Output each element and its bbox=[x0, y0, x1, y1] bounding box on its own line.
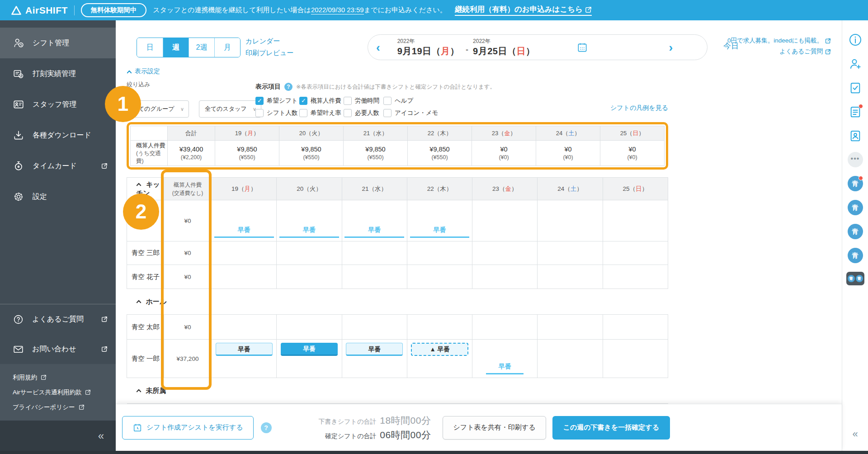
shift-cell-thu[interactable]: 早番 bbox=[407, 200, 472, 241]
shift-cell-tue[interactable] bbox=[277, 241, 342, 265]
shift-cell-wed[interactable] bbox=[342, 265, 407, 289]
shift-cell-sat[interactable] bbox=[538, 265, 603, 289]
staff-row: 青空 太郎 ¥0 bbox=[127, 315, 668, 340]
terms-link[interactable]: 利用規約 bbox=[13, 370, 116, 385]
print-preview-link[interactable]: 印刷プレビュー bbox=[245, 47, 293, 59]
renewal-notice: スタッフとの連携機能を継続して利用したい場合は2022/09/30 23:59ま… bbox=[153, 6, 447, 14]
shift-cell-mon[interactable] bbox=[212, 315, 277, 340]
shift-assist-button[interactable]: シフト作成アシストを実行する bbox=[122, 416, 254, 440]
faq-top-link[interactable]: よくあるご質問 bbox=[727, 46, 831, 57]
sidebar-item-timecard[interactable]: タイムカード bbox=[0, 151, 116, 181]
view-tab-2week[interactable]: 2週 bbox=[189, 38, 214, 57]
confirmed-shift-chip: 早番 bbox=[281, 343, 338, 356]
shift-cell-mon[interactable]: 早番 bbox=[212, 200, 277, 241]
calendar-picker-icon[interactable] bbox=[576, 42, 588, 53]
checkbox-wish-rate[interactable]: 希望叶え率 bbox=[299, 109, 344, 117]
staff-avatar-group[interactable]: 青 青 bbox=[846, 272, 864, 285]
prev-week-button[interactable]: ‹ bbox=[376, 42, 380, 53]
group-select[interactable]: 全てのグループ∨ bbox=[127, 100, 189, 118]
section-header-kitchen[interactable]: キッチン bbox=[127, 178, 164, 200]
shift-cell-mon[interactable] bbox=[212, 265, 277, 289]
shift-cell-sat[interactable] bbox=[538, 340, 603, 378]
section-header-unassigned[interactable]: 未所属 bbox=[127, 378, 668, 404]
info-icon[interactable] bbox=[848, 32, 863, 47]
checkbox-work-hours[interactable]: 労働時間 bbox=[344, 97, 383, 105]
shift-cell-fri[interactable] bbox=[472, 200, 538, 241]
sidebar-item-downloads[interactable]: 各種ダウンロード bbox=[0, 120, 116, 151]
checkbox-shift-count[interactable]: シフト人数 bbox=[255, 109, 299, 117]
checkbox-labor-cost[interactable]: 概算人件費 bbox=[299, 97, 344, 105]
checkbox-wish-shift[interactable]: 希望シフト bbox=[255, 97, 299, 105]
chevron-up-icon bbox=[136, 182, 142, 187]
sidebar-item-staff-management[interactable]: スタッフ管理 bbox=[0, 89, 116, 120]
shift-content: 日 週 2週 月 カレンダー 印刷プレビュー ‹ 2022年 9月19日（月） bbox=[116, 20, 842, 404]
shift-cell-fri[interactable] bbox=[472, 241, 538, 265]
shift-cell-wed[interactable] bbox=[342, 315, 407, 340]
shift-cell-mon[interactable]: 早番 bbox=[212, 340, 277, 378]
shift-cell-sun[interactable] bbox=[603, 241, 668, 265]
shift-cell-fri[interactable] bbox=[472, 265, 538, 289]
next-week-button[interactable]: › bbox=[669, 42, 673, 53]
help-icon[interactable]: ? bbox=[284, 83, 292, 91]
view-tab-day[interactable]: 日 bbox=[137, 38, 163, 57]
shift-cell-sat[interactable] bbox=[538, 241, 603, 265]
view-tab-week[interactable]: 週 bbox=[163, 38, 189, 57]
shift-cell-thu[interactable] bbox=[407, 265, 472, 289]
shift-cell-sun[interactable] bbox=[603, 340, 668, 378]
display-settings-toggle[interactable]: 表示設定 bbox=[127, 67, 176, 76]
sidebar-item-contact[interactable]: お問い合わせ bbox=[0, 334, 116, 364]
job-posting-link[interactable]: 0円で求人募集。indeedにも掲載。 bbox=[727, 35, 831, 46]
date-from-weekday: 月 bbox=[441, 46, 450, 56]
shift-cell-mon[interactable] bbox=[212, 241, 277, 265]
sidebar-item-faq[interactable]: よくあるご質問 bbox=[0, 304, 116, 334]
shift-cell-tue[interactable]: 早番 bbox=[277, 340, 342, 378]
shift-cell-wed[interactable] bbox=[342, 241, 407, 265]
shift-cell-sat[interactable] bbox=[538, 200, 603, 241]
shift-cell-wed[interactable]: 早番 bbox=[342, 200, 407, 241]
view-tab-month[interactable]: 月 bbox=[214, 38, 240, 57]
shift-cell-thu[interactable] bbox=[407, 241, 472, 265]
shift-cell-tue[interactable] bbox=[277, 315, 342, 340]
share-print-button[interactable]: シフト表を共有・印刷する bbox=[443, 416, 546, 440]
staff-register-icon[interactable] bbox=[848, 128, 863, 143]
chat-icon[interactable]: ••• bbox=[848, 152, 863, 167]
shift-cell-tue[interactable] bbox=[277, 265, 342, 289]
shift-cell-sun[interactable] bbox=[603, 200, 668, 241]
shift-cell-sun[interactable] bbox=[603, 265, 668, 289]
staff-avatar[interactable]: 青 bbox=[848, 248, 863, 263]
checkbox-required-count[interactable]: 必要人数 bbox=[344, 109, 383, 117]
draft-total: 下書きシフトの合計 18時間00分 bbox=[319, 414, 431, 427]
bulk-confirm-button[interactable]: この週の下書きを一括確定する bbox=[552, 416, 670, 440]
privacy-link[interactable]: プライバシーポリシー bbox=[13, 400, 116, 415]
sidebar-collapse-button[interactable]: « bbox=[98, 430, 104, 441]
sidebar-item-shift-management[interactable]: シフト管理 bbox=[0, 28, 116, 58]
checkbox-icon-memo[interactable]: アイコン・メモ bbox=[383, 109, 495, 117]
external-link-icon bbox=[41, 374, 47, 380]
rail-collapse-button[interactable]: « bbox=[852, 428, 858, 451]
shift-cell-wed[interactable]: 早番 bbox=[342, 340, 407, 378]
shift-request-check-icon[interactable] bbox=[848, 80, 863, 95]
shift-cell-sat[interactable] bbox=[538, 315, 603, 340]
checkbox-help[interactable]: ヘルプ bbox=[383, 97, 495, 105]
stamp-request-icon[interactable] bbox=[848, 104, 863, 119]
shift-cell-thu[interactable]: ▲ 早番 bbox=[407, 340, 472, 378]
section-header-hall[interactable]: ホール bbox=[127, 289, 668, 315]
shift-cell-fri[interactable]: 早番 bbox=[472, 340, 538, 378]
paid-signup-link[interactable]: 継続利用（有料）のお申込みはこちら bbox=[455, 5, 592, 16]
calendar-link[interactable]: カレンダー bbox=[245, 35, 293, 47]
air-terms-link[interactable]: Airサービス共通利用約款 bbox=[13, 385, 116, 400]
shift-cell-sun[interactable] bbox=[603, 315, 668, 340]
staff-avatar[interactable]: 青 bbox=[848, 224, 863, 239]
topbar: AirSHIFT 無料体験期間中 スタッフとの連携機能を継続して利用したい場合は… bbox=[0, 0, 868, 20]
shift-legend-link[interactable]: シフトの凡例を見る bbox=[610, 104, 668, 112]
sidebar-item-punch-records[interactable]: 打刻実績管理 bbox=[0, 58, 116, 89]
shift-cell-fri[interactable] bbox=[472, 315, 538, 340]
sidebar-item-settings[interactable]: 設定 bbox=[0, 181, 116, 212]
staff-select[interactable]: 全てのスタッフ∨ bbox=[199, 100, 261, 118]
assist-help-icon[interactable]: ? bbox=[261, 422, 272, 433]
staff-avatar[interactable]: 青 bbox=[848, 200, 863, 215]
shift-cell-thu[interactable] bbox=[407, 315, 472, 340]
add-staff-icon[interactable] bbox=[848, 56, 863, 71]
staff-avatar[interactable]: 青 bbox=[848, 176, 863, 191]
shift-cell-tue[interactable]: 早番 bbox=[277, 200, 342, 241]
